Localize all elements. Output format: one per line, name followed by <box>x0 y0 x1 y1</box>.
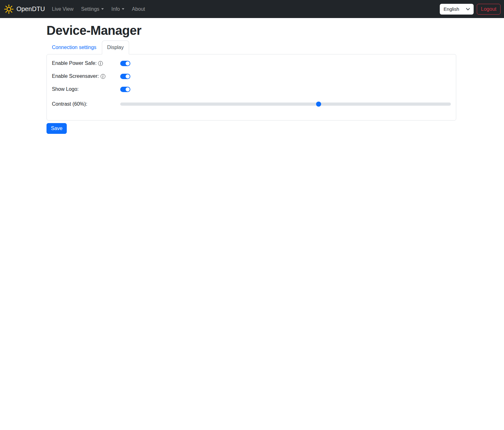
save-button[interactable]: Save <box>47 123 67 134</box>
field-label-show-logo: Show Logo: <box>52 86 120 92</box>
tab-display[interactable]: Display <box>102 41 129 54</box>
language-select-value: English <box>444 6 459 12</box>
info-icon[interactable] <box>98 61 103 66</box>
contrast-slider[interactable] <box>120 102 451 107</box>
field-control <box>120 61 451 66</box>
field-label-text: Enable Screensaver: <box>52 73 99 79</box>
main-content: Device-Manager Connection settings Displ… <box>0 23 504 134</box>
nav-item-label: About <box>132 6 145 12</box>
nav-item-settings[interactable]: Settings <box>78 4 106 15</box>
show-logo-toggle[interactable] <box>120 87 130 92</box>
field-label-text: Contrast (60%): <box>52 101 87 107</box>
field-label-power-safe: Enable Power Safe: <box>52 60 120 66</box>
navbar-left: OpenDTU Live View Settings Info About <box>4 4 150 15</box>
field-label-text: Enable Power Safe: <box>52 60 96 66</box>
logout-button[interactable]: Logout <box>477 4 501 15</box>
nav-item-label: Live View <box>52 6 73 12</box>
chevron-down-icon <box>101 8 104 10</box>
display-settings-card: Enable Power Safe: Enable Screensaver: <box>47 54 456 121</box>
tab-connection-settings[interactable]: Connection settings <box>47 41 102 54</box>
chevron-down-icon <box>466 8 470 10</box>
field-label-screensaver: Enable Screensaver: <box>52 73 120 79</box>
toggle-knob <box>126 74 130 78</box>
field-control <box>120 87 451 92</box>
toggle-knob <box>126 87 130 91</box>
field-label-contrast: Contrast (60%): <box>52 101 120 107</box>
form-row-screensaver: Enable Screensaver: <box>52 72 451 80</box>
power-safe-toggle[interactable] <box>120 61 130 66</box>
nav-item-label: Settings <box>81 6 99 12</box>
form-row-contrast: Contrast (60%): <box>52 100 451 108</box>
field-control <box>120 74 451 79</box>
toggle-knob <box>126 61 130 65</box>
form-row-show-logo: Show Logo: <box>52 85 451 93</box>
page-title: Device-Manager <box>47 23 457 38</box>
brand-link[interactable]: OpenDTU <box>4 4 45 14</box>
field-label-text: Show Logo: <box>52 86 79 92</box>
slider-thumb[interactable] <box>316 102 321 107</box>
nav-item-info[interactable]: Info <box>109 4 127 15</box>
tab-bar: Connection settings Display <box>47 41 457 54</box>
info-icon[interactable] <box>101 74 105 79</box>
language-select[interactable]: English <box>440 4 474 15</box>
nav-item-live-view[interactable]: Live View <box>49 4 76 15</box>
brand-label: OpenDTU <box>16 5 45 13</box>
chevron-down-icon <box>122 8 124 10</box>
sun-icon <box>4 4 14 14</box>
nav-item-label: Info <box>111 6 120 12</box>
nav-item-about[interactable]: About <box>129 4 148 15</box>
slider-track[interactable] <box>120 103 451 106</box>
form-row-power-safe: Enable Power Safe: <box>52 59 451 67</box>
navbar-right: English Logout <box>440 4 501 15</box>
navbar: OpenDTU Live View Settings Info About En… <box>0 0 504 18</box>
screensaver-toggle[interactable] <box>120 74 130 79</box>
field-control <box>120 102 451 107</box>
